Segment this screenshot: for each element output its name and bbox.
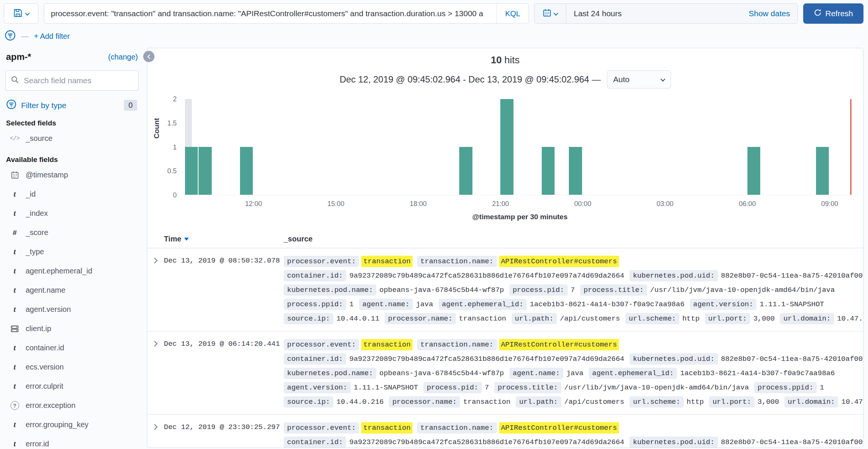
- histogram-bar-Dec-12-23-30[interactable]: [569, 147, 582, 195]
- histogram-bar-Dec-12-09-30[interactable]: [185, 147, 198, 195]
- time-column-header[interactable]: Time: [164, 235, 189, 243]
- filter-count-badge: 0: [124, 100, 137, 111]
- selected-fields-heading: Selected fields: [6, 119, 139, 127]
- field-name: error.grouping_key: [26, 420, 89, 429]
- string-icon: t: [10, 362, 20, 372]
- field-item-agent.name[interactable]: tagent.name: [5, 281, 139, 300]
- field-item-error.grouping_key[interactable]: terror.grouping_key: [5, 415, 139, 434]
- string-icon: t: [10, 439, 20, 449]
- field-item-error.id[interactable]: terror.id: [5, 434, 139, 449]
- field-item-_index[interactable]: t_index: [5, 204, 139, 223]
- chevron-down-icon: [660, 76, 665, 81]
- field-key: process.pid:: [509, 284, 568, 296]
- table-row: Dec 13, 2019 @ 08:50:32.078processor.eve…: [147, 248, 863, 331]
- x-axis-ticks: 12:0015:0018:0021:0000:0003:0006:0009:00: [185, 200, 855, 209]
- field-key: agent.name:: [509, 368, 563, 379]
- search-field-names-input[interactable]: [24, 76, 133, 85]
- expand-row-button[interactable]: [147, 421, 164, 448]
- histogram-bar-Dec-13-08-30[interactable]: [816, 147, 829, 195]
- field-name: error.culprit: [26, 382, 63, 391]
- chevron-right-icon: [152, 424, 158, 430]
- field-item-client.ip[interactable]: client.ip: [5, 319, 139, 338]
- string-icon: t: [10, 189, 20, 199]
- date-picker: Last 24 hours Show dates: [534, 3, 798, 24]
- histogram-bar-Dec-12-21-00[interactable]: [500, 99, 513, 195]
- field-item-error.exception[interactable]: ?error.exception: [5, 396, 139, 415]
- field-value: java: [566, 369, 584, 377]
- query-input[interactable]: processor.event: "transaction" and trans…: [44, 4, 497, 23]
- field-item-_type[interactable]: t_type: [5, 242, 139, 261]
- field-item-@timestamp[interactable]: @timestamp: [5, 165, 139, 185]
- field-value: 7: [571, 286, 575, 294]
- field-key: transaction.name:: [417, 422, 497, 434]
- filter-dash: —: [21, 32, 29, 41]
- field-value: opbeans-java-67845c5b44-wf87p: [379, 286, 504, 294]
- histogram-bar-Dec-12-22-30[interactable]: [542, 147, 555, 195]
- field-value: 1aceb1b3-8621-4a14-b307-f0a9c7aa98a6: [680, 369, 834, 377]
- field-key: process.title:: [580, 284, 647, 296]
- change-index-pattern-link[interactable]: (change): [108, 53, 138, 61]
- chart-plot-area[interactable]: [185, 99, 855, 195]
- y-tick-label: 2: [173, 95, 177, 103]
- field-item-agent.ephemeral_id[interactable]: tagent.ephemeral_id: [5, 261, 139, 281]
- field-name: _type: [26, 247, 44, 256]
- field-key: container.id:: [284, 270, 346, 281]
- filter-by-type-label: Filter by type: [21, 101, 66, 110]
- time-range-label[interactable]: Last 24 hours: [574, 9, 622, 18]
- field-key: url.domain:: [780, 313, 834, 324]
- histogram-bar-Dec-13-06-00[interactable]: [747, 147, 760, 195]
- x-axis-title: @timestamp per 30 minutes: [185, 213, 855, 221]
- field-item-ecs.version[interactable]: tecs.version: [5, 357, 139, 377]
- field-item-_source[interactable]: </>_source: [5, 129, 139, 148]
- filter-icon: [6, 99, 17, 111]
- expand-row-button[interactable]: [147, 254, 164, 326]
- collapse-sidebar-button[interactable]: [143, 51, 154, 62]
- fields-sidebar: apm-* (change) Filter by type: [4, 48, 147, 449]
- field-item-_id[interactable]: t_id: [5, 185, 139, 204]
- add-filter-button[interactable]: + Add filter: [34, 32, 70, 41]
- row-source: processor.event:transactiontransaction.n…: [284, 421, 863, 448]
- field-value: 10.44.0.11: [336, 315, 379, 323]
- refresh-button[interactable]: Refresh: [803, 3, 863, 24]
- field-item-error.culprit[interactable]: terror.culprit: [5, 377, 139, 396]
- filter-by-type-button[interactable]: Filter by type: [6, 99, 66, 111]
- field-key: kubernetes.pod.uid:: [630, 270, 718, 281]
- field-value: transaction: [463, 398, 510, 406]
- field-value: 10.47.242.108: [841, 398, 863, 406]
- histogram-bar-Dec-12-11-30[interactable]: [240, 147, 253, 195]
- field-value: 1.11.1-SNAPSHOT: [354, 383, 418, 392]
- query-input-container: processor.event: "transaction" and trans…: [44, 3, 529, 24]
- filter-icon[interactable]: [5, 30, 16, 43]
- field-value: transaction: [459, 315, 506, 323]
- show-dates-link[interactable]: Show dates: [749, 9, 790, 18]
- field-name: _index: [26, 209, 48, 218]
- field-item-agent.version[interactable]: tagent.version: [5, 300, 139, 319]
- chevron-right-icon: [152, 258, 158, 264]
- string-icon: t: [10, 266, 20, 276]
- string-icon: t: [10, 247, 20, 257]
- field-value: java: [416, 300, 433, 308]
- kql-language-button[interactable]: KQL: [497, 4, 529, 23]
- field-key: agent.name:: [359, 299, 413, 310]
- field-value: /api/customers: [560, 315, 620, 323]
- field-item-_score[interactable]: #_score: [5, 223, 139, 242]
- string-icon: t: [10, 382, 20, 391]
- document-rows: Dec 13, 2019 @ 08:50:32.078processor.eve…: [147, 248, 863, 448]
- hits-count: 10: [491, 54, 502, 66]
- row-source: processor.event:transactiontransaction.n…: [284, 338, 863, 409]
- date-picker-quick-menu[interactable]: [535, 4, 566, 23]
- interval-select[interactable]: Auto: [607, 70, 671, 89]
- histogram-bar-Dec-12-10-00[interactable]: [199, 147, 211, 195]
- field-item-container.id[interactable]: tcontainer.id: [5, 338, 139, 357]
- saved-query-menu-button[interactable]: [4, 3, 38, 24]
- field-key: processor.name:: [385, 313, 456, 324]
- string-icon: t: [10, 305, 20, 314]
- date-range-display[interactable]: Last 24 hours Show dates: [566, 4, 798, 23]
- field-key: kubernetes.pod.uid:: [630, 353, 718, 365]
- string-icon: t: [10, 343, 20, 353]
- chart-time-range: Dec 12, 2019 @ 09:45:02.964 - Dec 13, 20…: [339, 74, 601, 85]
- histogram-bar-Dec-12-19-30[interactable]: [459, 147, 472, 195]
- field-key: transaction.name:: [417, 256, 497, 267]
- field-search-container: [5, 70, 139, 91]
- expand-row-button[interactable]: [147, 338, 164, 409]
